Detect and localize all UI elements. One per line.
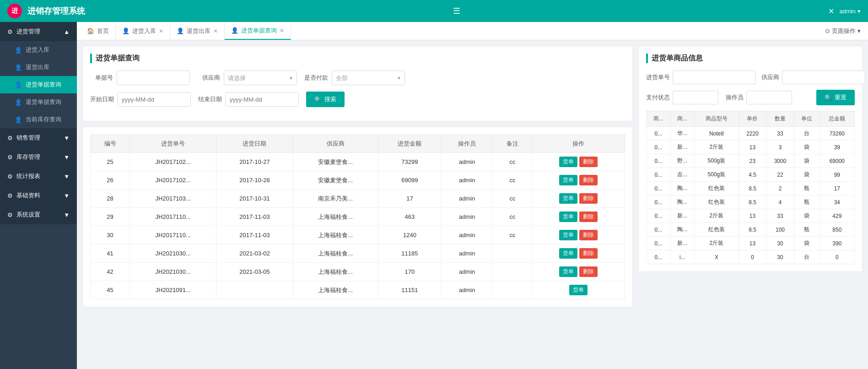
delete-btn[interactable]: 删除 <box>579 248 598 259</box>
app-title: 进销存管理系统 <box>27 5 85 16</box>
info-payment-input[interactable] <box>673 91 718 104</box>
rt-total: 390 <box>819 237 854 250</box>
cell-amount: 69099 <box>378 171 441 190</box>
cell-amount: 463 <box>378 208 441 226</box>
start-date-label: 开始日期 <box>90 95 114 103</box>
action-cell: 货单 删除 <box>532 263 625 281</box>
tabs: 🏠 首页 👤 进货入库 ✕ 👤 退货出库 ✕ 👤 进货单据查询 ✕ <box>81 22 291 40</box>
info-operator-label: 操作员 <box>726 93 744 102</box>
tab-return-out-close[interactable]: ✕ <box>213 28 218 34</box>
cell-remark: cc <box>493 226 532 244</box>
delete-btn[interactable]: 删除 <box>579 157 598 167</box>
rt-unit: 瓶 <box>794 195 819 209</box>
sidebar-item-return-query[interactable]: 👤 退货单据查询 <box>0 93 77 111</box>
payment-select[interactable]: 全部 已付款 未付款 <box>332 71 405 85</box>
sidebar-item-return-out[interactable]: 👤 退货出库 <box>0 59 77 76</box>
sidebar-section-sales[interactable]: ⚙ 销售管理 ▼ <box>0 128 77 147</box>
cell-amount: 11185 <box>378 244 441 263</box>
rt-model: 2斤装 <box>695 209 739 223</box>
tab-return-out[interactable]: 👤 退货出库 ✕ <box>170 22 225 40</box>
cell-operator: admin <box>442 190 493 208</box>
rt-price: 13 <box>739 237 766 250</box>
supplier-label: 供应商 <box>197 74 220 82</box>
rt-unit: 袋 <box>794 154 819 168</box>
cell-id: 29 <box>91 208 130 226</box>
main-table-card: 编号 进货单号 进货日期 供应商 进货金额 操作员 备注 操作 <box>82 127 633 307</box>
info-supplier: 供应商 <box>761 71 865 84</box>
delete-btn[interactable]: 删除 <box>579 193 598 204</box>
list-item: 0... 吉... 500g装 4.5 22 袋 99 <box>647 168 855 182</box>
info-operator-input[interactable] <box>746 91 792 104</box>
cell-remark <box>493 244 532 263</box>
sidebar-item-stock-query[interactable]: 👤 当前库存查询 <box>0 111 77 128</box>
rt-price: 0 <box>739 250 766 264</box>
rt-c1: 0... <box>647 250 671 264</box>
list-item: 0... 新... 2斤装 13 30 袋 390 <box>647 237 855 250</box>
rt-unit: 瓶 <box>794 182 819 195</box>
sidebar-section-inventory[interactable]: ⚙ 库存管理 ▼ <box>0 147 77 167</box>
cell-operator: admin <box>442 226 493 244</box>
order-no-input[interactable] <box>117 71 190 85</box>
search-button[interactable]: 🔍 搜索 <box>306 92 345 107</box>
user-icon: 👤 <box>177 27 184 34</box>
reset-button[interactable]: 🔍 重置 <box>816 90 855 105</box>
rt-model: 500g装 <box>695 168 739 182</box>
rt-c1: 0... <box>647 237 671 250</box>
sidebar-section-report-label: 统计报表 <box>16 172 40 180</box>
start-date-input[interactable] <box>118 92 191 107</box>
rt-model: X <box>695 250 739 264</box>
tab-home[interactable]: 🏠 首页 <box>81 22 116 40</box>
cell-operator: admin <box>442 171 493 190</box>
supplier-select[interactable]: 请选择 <box>224 71 297 85</box>
goods-btn[interactable]: 货单 <box>559 175 577 185</box>
sidebar: ⚙ 进货管理 ▲ 👤 进货入库 👤 退货出库 👤 进货单据查询 👤 退货单据查询… <box>0 22 77 369</box>
rt-col-model: 商品型号 <box>695 111 739 127</box>
sidebar-section-report[interactable]: ⚙ 统计报表 ▼ <box>0 167 77 186</box>
rt-qty: 33 <box>766 127 794 141</box>
page-op[interactable]: ⊙ 页面操作 ▾ <box>821 27 864 35</box>
goods-btn[interactable]: 货单 <box>559 193 577 204</box>
rt-c1: 0... <box>647 182 671 195</box>
gear-icon: ⚙ <box>7 28 13 35</box>
goods-btn[interactable]: 货单 <box>569 285 588 295</box>
sidebar-item-purchase-query[interactable]: 👤 进货单据查询 <box>0 76 77 93</box>
col-amount: 进货金额 <box>378 135 441 153</box>
info-form-row2-fields: 支付状态 操作员 <box>646 91 792 104</box>
rt-price: 4.5 <box>739 168 766 182</box>
table-row: 28 JH2017103... 2017-10-31 南京禾乃美... 17 a… <box>91 190 625 208</box>
rt-qty: 30 <box>766 250 794 264</box>
cell-amount: 170 <box>378 263 441 281</box>
delete-btn[interactable]: 删除 <box>579 212 598 222</box>
sidebar-section-system[interactable]: ⚙ 系统设置 ▼ <box>0 205 77 224</box>
delete-btn[interactable]: 删除 <box>579 230 598 240</box>
cell-id: 28 <box>91 190 130 208</box>
goods-btn[interactable]: 货单 <box>559 212 577 222</box>
rt-model: 2斤装 <box>695 237 739 250</box>
sidebar-section-basic-label: 基础资料 <box>16 191 40 200</box>
main-layout: ⚙ 进货管理 ▲ 👤 进货入库 👤 退货出库 👤 进货单据查询 👤 退货单据查询… <box>0 22 868 369</box>
sidebar-item-stock-query-label: 当前库存查询 <box>26 115 61 124</box>
goods-btn[interactable]: 货单 <box>559 157 577 167</box>
tab-purchase-in[interactable]: 👤 进货入库 ✕ <box>116 22 170 40</box>
menu-icon[interactable]: ☰ <box>453 6 460 16</box>
delete-btn[interactable]: 删除 <box>579 266 598 277</box>
goods-btn[interactable]: 货单 <box>559 230 577 240</box>
info-supplier-input[interactable] <box>782 71 865 84</box>
delete-btn[interactable]: 删除 <box>579 175 598 185</box>
sidebar-section-purchase[interactable]: ⚙ 进货管理 ▲ <box>0 22 77 41</box>
cell-date: 2021-03-05 <box>216 263 293 281</box>
goods-btn[interactable]: 货单 <box>559 248 577 259</box>
user-icon: 👤 <box>15 99 22 106</box>
sidebar-section-basic[interactable]: ⚙ 基础资料 ▼ <box>0 186 77 205</box>
close-icon[interactable]: ✕ <box>828 7 834 16</box>
info-order-no-input[interactable] <box>673 71 756 84</box>
cell-order-no: JH2021030... <box>130 244 216 263</box>
sidebar-item-purchase-in[interactable]: 👤 进货入库 <box>0 41 77 59</box>
tab-purchase-query-close[interactable]: ✕ <box>280 27 284 34</box>
tab-purchase-in-close[interactable]: ✕ <box>159 28 163 34</box>
goods-btn[interactable]: 货单 <box>559 266 577 277</box>
end-date-input[interactable] <box>226 92 299 107</box>
tab-purchase-query[interactable]: 👤 进货单据查询 ✕ <box>225 22 291 40</box>
info-order-no: 进货单号 <box>646 71 756 84</box>
user-menu[interactable]: admin ▾ <box>840 8 861 15</box>
